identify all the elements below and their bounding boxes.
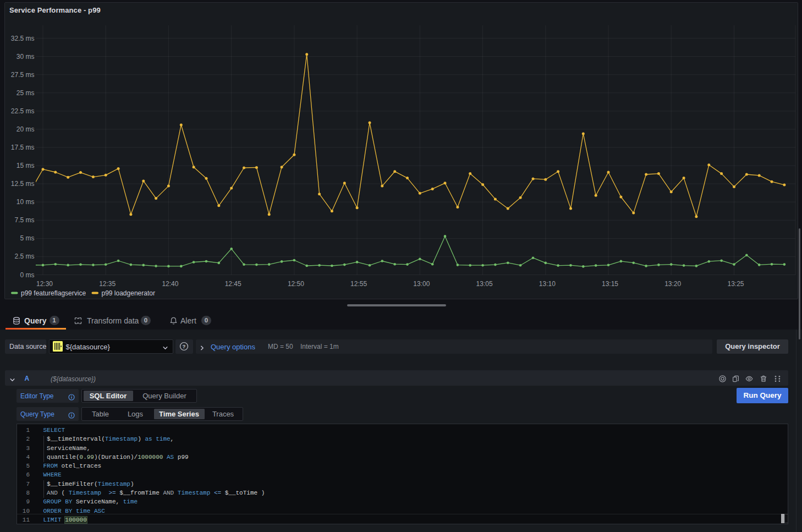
svg-text:22.5 ms: 22.5 ms bbox=[11, 107, 35, 115]
svg-text:13:15: 13:15 bbox=[602, 280, 618, 288]
svg-text:12:45: 12:45 bbox=[225, 280, 241, 288]
svg-text:p99 featureflagservice: p99 featureflagservice bbox=[21, 289, 86, 297]
svg-text:12:50: 12:50 bbox=[288, 280, 304, 288]
svg-text:20 ms: 20 ms bbox=[17, 125, 35, 133]
svg-text:13:05: 13:05 bbox=[476, 280, 493, 288]
svg-text:13:20: 13:20 bbox=[664, 280, 681, 288]
svg-text:13:25: 13:25 bbox=[727, 280, 744, 288]
svg-text:12.5 ms: 12.5 ms bbox=[11, 180, 35, 188]
svg-text:5 ms: 5 ms bbox=[20, 234, 34, 242]
svg-text:30 ms: 30 ms bbox=[17, 53, 35, 61]
svg-text:12:35: 12:35 bbox=[99, 280, 116, 288]
svg-text:13:10: 13:10 bbox=[539, 280, 556, 288]
svg-text:13:00: 13:00 bbox=[413, 280, 430, 288]
svg-text:10 ms: 10 ms bbox=[17, 198, 35, 206]
svg-text:0 ms: 0 ms bbox=[20, 271, 34, 279]
svg-text:12:40: 12:40 bbox=[162, 280, 178, 288]
svg-text:27.5 ms: 27.5 ms bbox=[11, 71, 35, 79]
svg-text:p99 loadgenerator: p99 loadgenerator bbox=[102, 289, 155, 297]
svg-text:12:30: 12:30 bbox=[36, 280, 53, 288]
svg-text:25 ms: 25 ms bbox=[17, 89, 35, 97]
svg-text:32.5 ms: 32.5 ms bbox=[11, 35, 35, 42]
svg-text:17.5 ms: 17.5 ms bbox=[11, 144, 35, 151]
svg-text:2.5 ms: 2.5 ms bbox=[14, 253, 34, 260]
svg-text:?: ? bbox=[183, 343, 186, 349]
svg-text:15 ms: 15 ms bbox=[17, 162, 35, 169]
svg-text:7.5 ms: 7.5 ms bbox=[14, 216, 34, 224]
svg-text:12:55: 12:55 bbox=[350, 280, 367, 288]
